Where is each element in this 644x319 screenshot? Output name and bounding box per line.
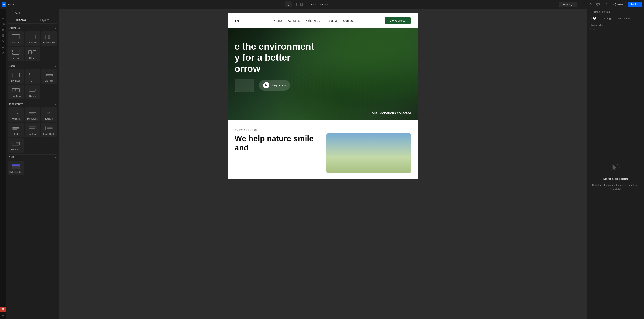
- mobile-button[interactable]: [299, 1, 305, 7]
- designing-arrow: ▾: [574, 3, 575, 6]
- tab-settings[interactable]: Settings: [600, 15, 615, 22]
- svg-rect-59: [30, 89, 36, 91]
- nav-link-about[interactable]: About us: [288, 19, 300, 22]
- element-text[interactable]: Text: [8, 123, 24, 137]
- element-quick-stack[interactable]: Quick Stack: [41, 31, 57, 46]
- typography-chevron: ▾: [55, 103, 56, 105]
- device-switcher: [286, 1, 305, 7]
- tab-style[interactable]: Style: [589, 15, 600, 22]
- rich-text-icon: [11, 140, 21, 147]
- svg-rect-21: [2, 34, 3, 35]
- element-paragraph[interactable]: Paragraph: [25, 107, 40, 122]
- hero-headline: e the environment y for a better orrow: [235, 41, 411, 74]
- settings-rail-icon[interactable]: [0, 50, 6, 55]
- nav-link-home[interactable]: Home: [274, 19, 282, 22]
- svg-point-4: [295, 5, 295, 5]
- structure-section-header[interactable]: Structure ▾: [6, 25, 59, 30]
- element-div-block[interactable]: Div Block: [8, 69, 24, 84]
- clone-project-button[interactable]: Clone project: [385, 17, 411, 24]
- tablet-icon: [294, 3, 297, 6]
- div-block-icon: [11, 71, 21, 79]
- code-icon: </>: [588, 3, 592, 5]
- canvas-content: eet Home About us What we do Media Conta…: [228, 13, 418, 180]
- element-collection[interactable]: Collection List: [8, 161, 24, 175]
- basic-chevron: ▾: [55, 65, 56, 67]
- topbar-left: W Home ⋯: [2, 1, 54, 7]
- element-button[interactable]: Button: [25, 85, 40, 99]
- svg-rect-42: [28, 50, 32, 54]
- share-icon: [613, 3, 616, 6]
- cms-section-header[interactable]: CMS ▾: [6, 155, 59, 160]
- svg-rect-39: [12, 50, 19, 52]
- cms-icon[interactable]: [0, 27, 6, 32]
- hflex-icon: [28, 48, 37, 56]
- designing-mode-button[interactable]: Designing ▾: [559, 2, 577, 7]
- svg-rect-17: [2, 23, 3, 24]
- element-text-block[interactable]: Text Block: [25, 123, 40, 137]
- seo-icon[interactable]: [0, 44, 6, 50]
- publish-button[interactable]: Publish: [628, 2, 642, 7]
- element-list-item[interactable]: List Item: [41, 69, 57, 84]
- nav-link-what[interactable]: What we do: [306, 19, 322, 22]
- tab-interactions[interactable]: Interactions: [615, 15, 634, 22]
- eye-icon[interactable]: [0, 307, 6, 312]
- webflow-logo[interactable]: W: [2, 2, 6, 6]
- element-container[interactable]: Container: [25, 31, 40, 46]
- code-button[interactable]: </>: [587, 1, 593, 7]
- add-header: + Add: [6, 9, 59, 17]
- tablet-button[interactable]: [292, 1, 298, 7]
- more-options-button[interactable]: ⋯: [16, 1, 22, 7]
- pages-icon[interactable]: [0, 16, 6, 21]
- share-button[interactable]: Share: [611, 2, 626, 7]
- svg-line-10: [614, 4, 615, 5]
- canvas-area[interactable]: eet Home About us What we do Media Conta…: [59, 9, 587, 319]
- redo-button[interactable]: [603, 1, 609, 7]
- element-text-link[interactable]: Link Text Link: [41, 107, 57, 122]
- svg-rect-83: [16, 142, 19, 144]
- left-panel: + Add Elements Layouts Structure ▾ Secti…: [6, 9, 59, 319]
- check-icon: ✓: [581, 3, 584, 6]
- collection-icon: [11, 163, 21, 170]
- nav-link-media[interactable]: Media: [328, 19, 337, 22]
- section-icon: [11, 33, 21, 41]
- svg-rect-36: [30, 35, 36, 39]
- add-plus-icon: +: [9, 11, 13, 15]
- svg-point-20: [2, 29, 4, 30]
- svg-point-49: [30, 74, 30, 74]
- element-rich-text[interactable]: Rich Text: [8, 138, 24, 153]
- make-selection-desc: Select an element on the canvas to activ…: [592, 183, 640, 191]
- comment-button[interactable]: [595, 1, 601, 7]
- element-block-quote[interactable]: Block Quote: [41, 123, 57, 137]
- svg-rect-86: [12, 168, 19, 169]
- desktop-button[interactable]: [286, 1, 292, 7]
- assets-icon[interactable]: [0, 33, 6, 38]
- check-icon-button[interactable]: ✓: [579, 1, 585, 7]
- svg-rect-75: [45, 127, 46, 130]
- tab-layouts[interactable]: Layouts: [32, 17, 57, 23]
- text-link-icon: Link: [44, 109, 54, 117]
- basic-section-header[interactable]: Basic ▾: [6, 63, 59, 68]
- svg-line-11: [614, 3, 615, 4]
- home-button[interactable]: Home: [8, 1, 14, 7]
- vflex-icon: [11, 48, 21, 56]
- zoom-icon[interactable]: [0, 313, 6, 318]
- typography-section-header[interactable]: Typography ▾: [6, 101, 59, 107]
- interactions-rail-icon[interactable]: [0, 39, 6, 44]
- svg-rect-84: [12, 164, 19, 166]
- element-vflex[interactable]: V Flex: [8, 47, 24, 61]
- button-icon: [28, 87, 37, 94]
- navigator-icon[interactable]: [0, 21, 6, 27]
- element-link-block[interactable]: Link Block: [8, 85, 24, 99]
- tab-elements[interactable]: Elements: [8, 17, 32, 23]
- right-panel: None Selected Style Settings Interaction…: [587, 9, 644, 319]
- svg-text:H: H: [16, 112, 18, 114]
- svg-point-56: [46, 75, 47, 76]
- structure-grid: Section Container Quick Stack: [6, 30, 59, 63]
- nav-link-contact[interactable]: Contact: [343, 19, 354, 22]
- element-list[interactable]: List: [25, 69, 40, 84]
- add-panel-icon[interactable]: [0, 10, 6, 15]
- element-heading[interactable]: H Heading: [8, 107, 24, 122]
- play-video-button[interactable]: Play video: [259, 80, 290, 90]
- element-section[interactable]: Section: [8, 31, 24, 46]
- element-hflex[interactable]: H Flex: [25, 47, 40, 61]
